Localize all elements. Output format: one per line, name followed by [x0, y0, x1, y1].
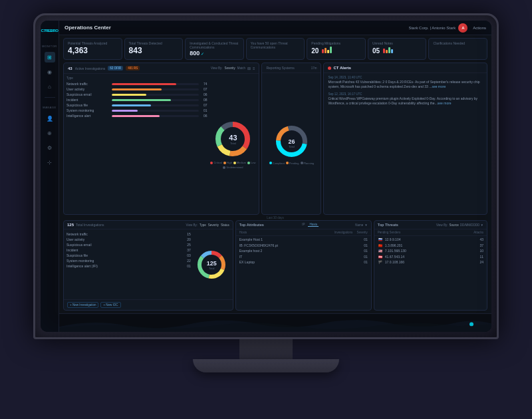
compliant-label: Compliant — [273, 162, 285, 165]
reporting-panel: Reporting Systems 17m — [261, 63, 321, 215]
undet-dot — [223, 166, 225, 169]
sidebar-icon-home[interactable]: ⌂ — [45, 81, 55, 92]
stats-row: Potential Threats Analyzed 4,363 Total T… — [59, 35, 491, 63]
attr-row: IT 01 — [239, 255, 368, 259]
type-list: Type Network traffic 74 User activity 07… — [66, 76, 207, 211]
avatar[interactable]: A — [458, 23, 467, 33]
low-label: Low — [251, 161, 255, 164]
reporting-title: Reporting Systems — [266, 66, 294, 70]
middle-section: 43 Active Investigations 62 OFIR 401 RS … — [59, 63, 491, 217]
new-ioc-button[interactable]: + New IOC — [100, 302, 120, 308]
list-icon[interactable]: ≡ — [253, 67, 255, 70]
alert-1-date: Sep 14, 2023, 11:40 UTC — [328, 76, 483, 79]
inv-donut-center: 125 Total — [207, 259, 217, 269]
attr-row: EX Laptop 01 — [239, 260, 368, 264]
attr-tab-ip[interactable]: IP — [301, 223, 306, 227]
user-company-name: Stark Corp. | Antonio Stark — [408, 26, 456, 30]
sidebar-icon-alerts[interactable]: ◉ — [45, 67, 55, 77]
clarifications-label: Clarifications Needed — [433, 41, 483, 45]
see-more-1[interactable]: see more — [432, 84, 446, 88]
critical-dot — [210, 162, 213, 164]
sidebar-divider — [45, 97, 55, 98]
alert-1-text: Microsoft Patches 43 Vulnerabilities: 2 … — [328, 80, 483, 89]
inv-donut-area: 125 Total — [194, 232, 230, 297]
investigated-label: Investigated & Conducted Threat Communic… — [190, 41, 239, 49]
stat-investigated: Investigated & Conducted Threat Communic… — [185, 38, 244, 60]
threats-title: Top Threats — [378, 223, 398, 227]
last-30-label: Last 30 days — [59, 216, 491, 219]
alert-item-1: Sep 14, 2023, 11:40 UTC Microsoft Patche… — [328, 76, 483, 89]
sidebar-icon-search[interactable]: ⊕ — [45, 128, 55, 138]
attr-title: Top Attributes — [239, 223, 264, 227]
legend-medium: Medium — [233, 161, 246, 164]
type-rows: Network traffic 74 User activity 07 Susp… — [66, 82, 207, 118]
panel-controls: View By: Severity Match ⊞ ≡ — [211, 66, 255, 70]
actions-button[interactable]: Actions — [473, 26, 486, 30]
pending-value: 20 — [311, 47, 319, 55]
type-row: System monitoring 01 — [66, 108, 207, 112]
donut-area: 43 Total Critical — [209, 76, 256, 211]
sidebar-icon-dashboard[interactable]: ⊞ — [45, 52, 55, 63]
stat-open-threats: You have 50 open Threat Communications — [246, 38, 305, 60]
sidebar-icon-network[interactable]: ⊹ — [45, 157, 55, 168]
match-label[interactable]: Match — [237, 67, 245, 70]
check-icon: ✓ — [201, 51, 204, 56]
planning-label: Planning — [304, 162, 315, 165]
type-row: Suspicious file 07 — [66, 103, 207, 107]
threats-rows-list: 🇷🇺 12.9.9.104 43 🇨🇳 1.3.896.201 37 🇺🇸 7.… — [378, 237, 483, 264]
sidebar-icon-settings[interactable]: ⚙ — [45, 142, 55, 153]
attr-sort-icon[interactable]: ▼ — [364, 223, 367, 227]
type-row: Intelligence alert 06 — [66, 114, 207, 118]
critical-label: Critical — [213, 161, 221, 164]
pending-dot — [286, 162, 289, 164]
bar-u1 — [383, 49, 385, 53]
low-dot — [247, 162, 250, 164]
total-threats-value: 843 — [129, 47, 179, 55]
threats-sort[interactable]: DD/MM/DDDD ▼ — [460, 223, 483, 227]
undet-label: Undetermined — [226, 166, 243, 169]
inv-type-row: Suspicious file 03 — [66, 253, 191, 257]
active-inv-label: Active Investigations — [75, 67, 106, 70]
alerts-panel: CT Alerts Sep 14, 2023, 11:40 UTC Micros… — [323, 63, 487, 215]
screen-content: C7REBRO MONITOR ⊞ ◉ ⌂ MANAGE 👤 ⊕ ⚙ ⊹ — [41, 21, 491, 332]
threats-viewby: View By: — [436, 223, 448, 227]
attr-tab-hosts[interactable]: Hosts — [308, 223, 319, 227]
potential-threats-label: Potential Threats Analyzed — [68, 41, 118, 45]
gauge-chart: 26 Total — [273, 123, 310, 160]
threats-rows: 🇷🇺 12.9.9.104 43 🇨🇳 1.3.896.201 37 🇺🇸 7.… — [374, 236, 487, 310]
bar-u2 — [386, 50, 388, 53]
monitor-screen: C7REBRO MONITOR ⊞ ◉ ⌂ MANAGE 👤 ⊕ ⚙ ⊹ — [41, 21, 491, 332]
full-inv-type[interactable]: Type — [200, 223, 206, 227]
donut-number: 43 — [229, 134, 237, 142]
inv-type-list: Network traffic 15 User activity 20 Susp… — [66, 232, 191, 297]
full-inv-body: Network traffic 15 User activity 20 Susp… — [64, 229, 233, 299]
reporting-time: 17m — [311, 67, 317, 70]
view-by-value[interactable]: Severity — [224, 67, 235, 70]
high-dot — [223, 162, 226, 164]
see-more-2[interactable]: see more — [438, 101, 452, 105]
legend-low: Low — [247, 161, 255, 164]
page-title: Operations Center — [65, 25, 408, 31]
sidebar-icon-users[interactable]: 👤 — [45, 113, 55, 124]
stat-unread: Unread Notes 05 — [368, 38, 427, 60]
type-row: Incident 08 — [66, 98, 207, 102]
alert-2-text: Critical WordPress WPGateway premium plu… — [328, 96, 483, 106]
full-inv-severity[interactable]: Severity — [208, 223, 219, 227]
attr-column-headers: Hosts Investigations Severity — [236, 229, 371, 236]
sidebar: C7REBRO MONITOR ⊞ ◉ ⌂ MANAGE 👤 ⊕ ⚙ ⊹ — [41, 21, 59, 332]
threats-col-headers: Pending Senders Attacks — [374, 229, 487, 236]
threats-source[interactable]: Source — [450, 223, 459, 227]
monitor-stand-base — [193, 359, 339, 372]
app-logo: C7REBRO — [43, 26, 57, 35]
col-hosts: Hosts — [239, 231, 334, 234]
type-row: Network traffic 74 — [66, 82, 207, 86]
user-info: Stark Corp. | Antonio Stark A — [408, 23, 467, 33]
inv-type-rows: Network traffic 15 User activity 20 Susp… — [66, 232, 191, 268]
legend-compliant: Compliant — [269, 162, 285, 165]
new-investigation-button[interactable]: + New Investigation — [67, 302, 98, 308]
pending-bars — [322, 47, 332, 53]
full-inv-status[interactable]: Status — [221, 223, 229, 227]
grid-icon[interactable]: ⊞ — [247, 66, 251, 70]
bottom-section: 125 Total Investigations View By: Type S… — [59, 220, 491, 313]
attributes-panel: Top Attributes IP Hosts Name ▼ — [235, 220, 372, 311]
